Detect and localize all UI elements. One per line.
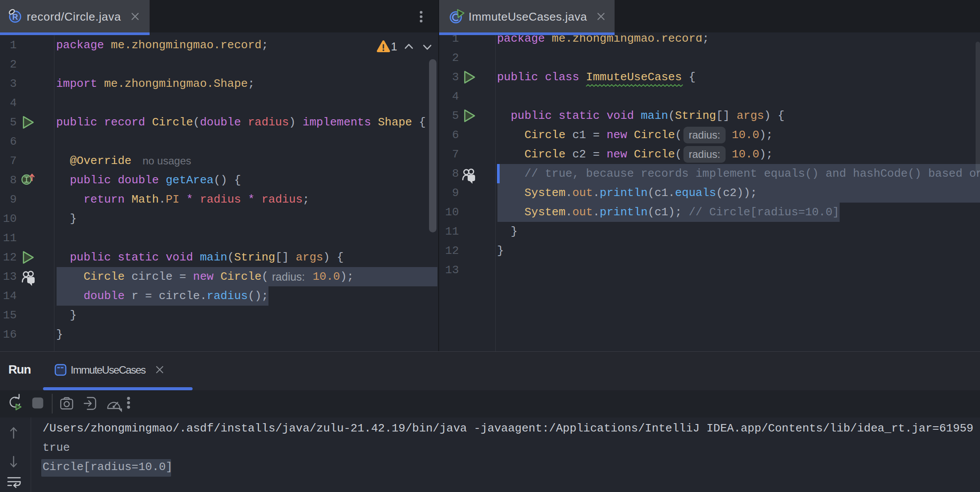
svg-text:R: R [12, 13, 18, 21]
